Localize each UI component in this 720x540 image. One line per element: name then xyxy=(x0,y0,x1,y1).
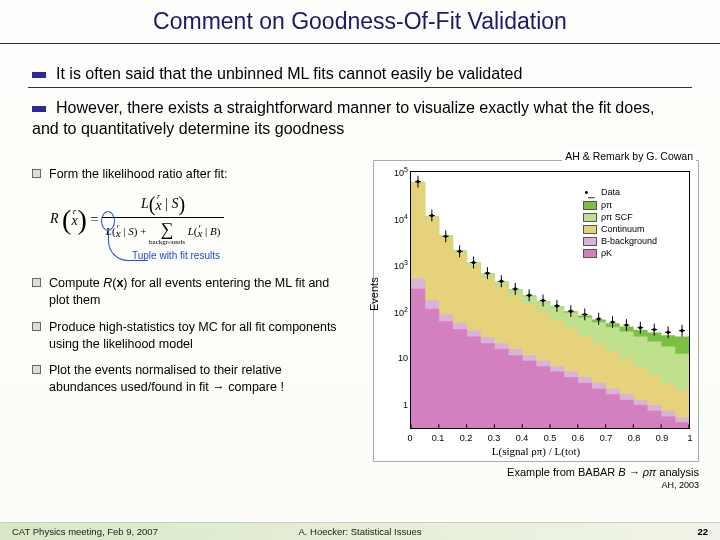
svg-point-17 xyxy=(486,271,489,274)
svg-point-2 xyxy=(416,180,419,183)
footer: CAT Physics meeting, Feb 9, 2007 A. Hoec… xyxy=(0,522,720,540)
sub-1-text: Form the likelihood ratio after fit: xyxy=(49,166,352,183)
sub-4-text: Plot the events normalised to their rela… xyxy=(49,362,352,396)
sub-bullet-2: Compute R(x) for all events entering the… xyxy=(32,275,352,309)
ellipse-annotation-icon xyxy=(101,211,115,231)
svg-point-53 xyxy=(653,328,656,331)
chart-caption-2: AH, 2003 xyxy=(661,480,699,490)
chart-caption: Example from BABAR B → ρπ analysis xyxy=(507,466,699,478)
sub-bullet-1: Form the likelihood ratio after fit: xyxy=(32,166,352,183)
box-bullet-icon xyxy=(32,365,41,374)
bullet-1: It is often said that the unbinned ML fi… xyxy=(32,64,522,85)
tuple-label: Tuple with fit results xyxy=(132,250,352,261)
chart: Events L(signal ρπ) / L(tot) •⎯Dataρπρπ … xyxy=(373,160,699,462)
bullet-2: However, there exists a straightforward … xyxy=(32,98,684,140)
eq-R: R xyxy=(50,211,59,226)
svg-point-29 xyxy=(541,299,544,302)
svg-point-41 xyxy=(597,317,600,320)
svg-point-35 xyxy=(569,309,572,312)
chart-xlabel: L(signal ρπ) / L(tot) xyxy=(374,445,698,457)
bullet-dash-icon xyxy=(32,106,46,112)
box-bullet-icon xyxy=(32,322,41,331)
svg-point-26 xyxy=(527,294,530,297)
box-bullet-icon xyxy=(32,169,41,178)
svg-point-50 xyxy=(639,326,642,329)
svg-point-44 xyxy=(611,320,614,323)
svg-point-23 xyxy=(514,287,517,290)
svg-point-20 xyxy=(500,280,503,283)
svg-point-14 xyxy=(472,261,475,264)
sub-3-text: Produce high-statistics toy MC for all f… xyxy=(49,319,352,353)
svg-point-47 xyxy=(625,323,628,326)
chart-ylabel: Events xyxy=(368,277,380,311)
slide-title: Comment on Goodness-Of-Fit Validation xyxy=(0,0,720,44)
divider xyxy=(28,87,692,88)
svg-point-11 xyxy=(458,250,461,253)
svg-point-38 xyxy=(583,313,586,316)
chart-header-note: AH & Remark by G. Cowan xyxy=(562,150,696,162)
chart-legend: •⎯Dataρπρπ SCFContinuumB-backgroundρK xyxy=(583,186,677,260)
box-bullet-icon xyxy=(32,278,41,287)
sub-2-text: Compute R(x) for all events entering the… xyxy=(49,275,352,309)
plot-area: •⎯Dataρπρπ SCFContinuumB-backgroundρK xyxy=(410,171,690,429)
bullet-dash-icon xyxy=(32,72,46,78)
svg-point-59 xyxy=(680,329,683,332)
bullet-2-text: However, there exists a straightforward … xyxy=(32,99,655,137)
equation: R (rx) = L(rx | S) L(rx | S) + ∑backgrou… xyxy=(50,193,352,246)
svg-point-56 xyxy=(666,331,669,334)
slide-body: It is often said that the unbinned ML fi… xyxy=(0,56,720,516)
left-column: Form the likelihood ratio after fit: R (… xyxy=(32,166,352,406)
arrow-annotation-icon xyxy=(108,231,148,261)
footer-left: CAT Physics meeting, Feb 9, 2007 xyxy=(12,526,158,537)
footer-mid: A. Hoecker: Statistical Issues xyxy=(298,526,421,537)
page-number: 22 xyxy=(697,526,708,537)
svg-point-32 xyxy=(555,304,558,307)
sub-bullet-3: Produce high-statistics toy MC for all f… xyxy=(32,319,352,353)
bullet-1-text: It is often said that the unbinned ML fi… xyxy=(56,65,522,82)
svg-point-5 xyxy=(430,214,433,217)
sub-bullet-4: Plot the events normalised to their rela… xyxy=(32,362,352,396)
svg-point-8 xyxy=(444,235,447,238)
